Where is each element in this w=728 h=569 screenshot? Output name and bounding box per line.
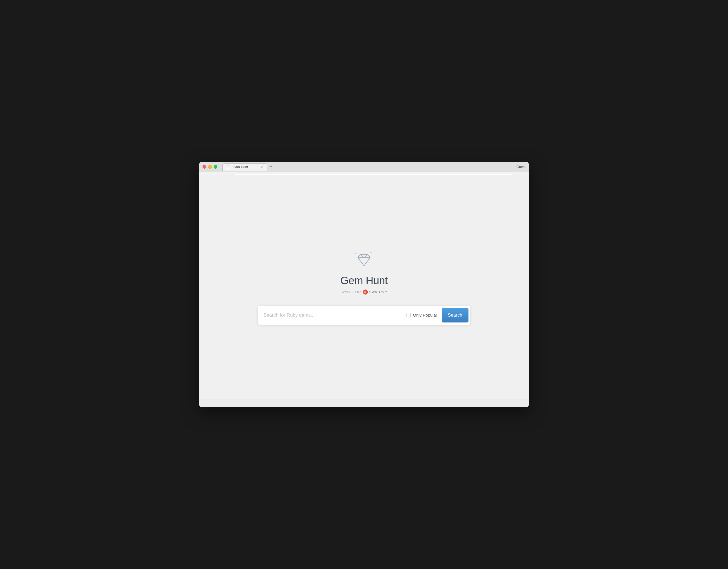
- powered-by-label: POWERED BY: [340, 290, 361, 293]
- traffic-lights: [203, 165, 217, 169]
- title-bar: 📄 Gem Hunt × + Guest: [199, 162, 529, 172]
- only-popular-label[interactable]: Only Popular: [406, 313, 437, 317]
- app-title: Gem Hunt: [340, 275, 387, 287]
- svg-text:+: +: [368, 261, 370, 264]
- browser-window: 📄 Gem Hunt × + Guest ‹ › ↻ ⓘ localhost:4…: [199, 162, 529, 407]
- guest-label: Guest: [517, 165, 525, 169]
- search-container: Only Popular Search: [258, 306, 470, 325]
- page-content: + + + + Gem Hunt POWERED BY: [199, 175, 529, 399]
- close-button[interactable]: [203, 165, 206, 169]
- tab-close-icon[interactable]: ×: [261, 165, 263, 169]
- svg-line-6: [364, 255, 368, 258]
- powered-by: POWERED BY S swiftype: [340, 289, 388, 294]
- svg-line-5: [360, 255, 364, 258]
- hero-section: + + + + Gem Hunt POWERED BY: [340, 250, 388, 294]
- svg-text:+: +: [355, 252, 357, 255]
- tab-page-icon: 📄: [227, 165, 230, 169]
- browser-tab[interactable]: 📄 Gem Hunt ×: [222, 163, 267, 171]
- minimize-button[interactable]: [208, 165, 212, 169]
- only-popular-text: Only Popular: [413, 313, 437, 317]
- new-tab-button[interactable]: +: [267, 163, 275, 171]
- svg-line-9: [358, 258, 364, 266]
- tab-title: Gem Hunt: [233, 165, 248, 169]
- swiftype-logo: S swiftype: [363, 289, 388, 294]
- maximize-button[interactable]: [214, 165, 217, 169]
- search-input[interactable]: [263, 312, 402, 318]
- svg-text:+: +: [353, 260, 355, 262]
- only-popular-checkbox[interactable]: [406, 313, 411, 317]
- gem-icon: + + + +: [353, 250, 375, 269]
- swiftype-brand: swiftype: [369, 290, 388, 294]
- svg-text:+: +: [370, 251, 372, 254]
- tab-bar: 📄 Gem Hunt × +: [220, 163, 514, 171]
- swiftype-icon: S: [363, 289, 368, 294]
- search-button[interactable]: Search: [442, 308, 468, 322]
